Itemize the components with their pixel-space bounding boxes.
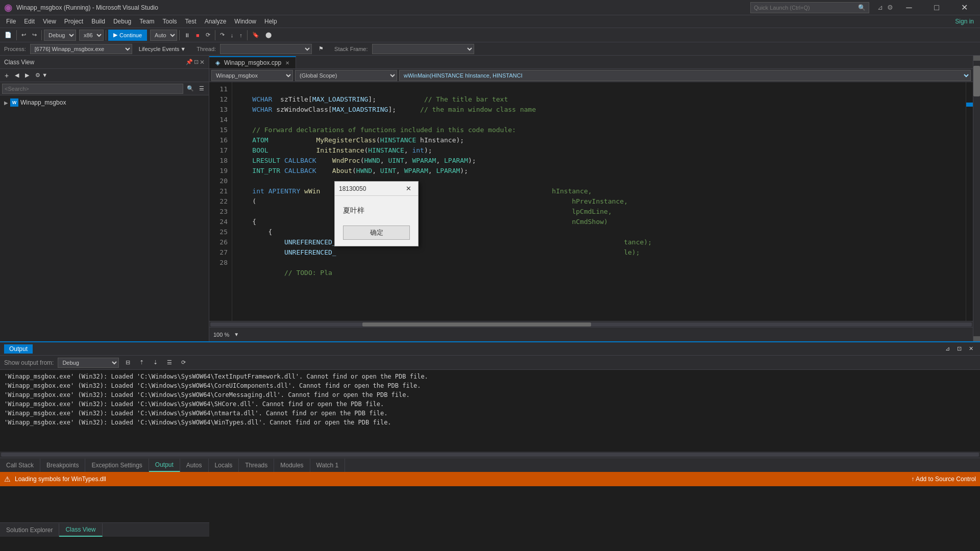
tab-modules[interactable]: Modules xyxy=(274,459,310,472)
scope-left-select[interactable]: Winapp_msgbox xyxy=(211,70,293,81)
function-select[interactable]: wWinMain(HINSTANCE hInstance, HINSTANCI xyxy=(399,70,971,81)
output-source-select[interactable]: Debug xyxy=(58,358,119,368)
close-output-btn[interactable]: ✕ xyxy=(966,343,976,355)
menu-view[interactable]: View xyxy=(39,16,60,27)
settings-icon-btn[interactable]: ⚙ xyxy=(887,4,893,11)
output-tool-btn3[interactable]: ⇣ xyxy=(151,357,160,368)
output-panel: Output ⊿ ⊡ ✕ Show output from: Debug ⊟ ⇡… xyxy=(0,341,980,458)
menu-file[interactable]: File xyxy=(2,16,20,27)
menu-edit[interactable]: Edit xyxy=(20,16,39,27)
restart-btn[interactable]: ⟳ xyxy=(203,30,213,41)
tab-exception-settings[interactable]: Exception Settings xyxy=(85,459,149,472)
modal-body: 夏叶梓 确定 xyxy=(335,196,418,246)
menu-debug[interactable]: Debug xyxy=(109,16,135,27)
minimize-button[interactable]: ─ xyxy=(897,0,921,15)
output-tool-btn2[interactable]: ⇡ xyxy=(137,357,146,368)
output-h-scrollbar[interactable] xyxy=(1,453,979,457)
dock-output-btn[interactable]: ⊡ xyxy=(954,343,964,355)
tab-close-btn[interactable]: ✕ xyxy=(285,60,289,66)
modal-close-btn[interactable]: ✕ xyxy=(403,183,414,194)
up-arrow-icon: ↑ xyxy=(911,475,914,483)
modal-ok-btn[interactable]: 确定 xyxy=(343,226,410,240)
float-btn[interactable]: ⊿ xyxy=(943,343,952,355)
tab-solution-explorer[interactable]: Solution Explorer xyxy=(0,523,59,537)
add-source-control[interactable]: ↑ Add to Source Control xyxy=(911,475,976,483)
step-into-btn[interactable]: ↓ xyxy=(228,30,236,41)
continue-label: Continue xyxy=(119,32,142,38)
class-search-input[interactable] xyxy=(2,84,183,94)
stop-btn[interactable]: ■ xyxy=(193,30,202,41)
auto-select[interactable]: Auto xyxy=(150,30,177,41)
cv-arrow: ▶ xyxy=(4,100,8,106)
menu-build[interactable]: Build xyxy=(87,16,109,27)
pin-icon-btn[interactable]: 📌 xyxy=(186,59,193,65)
vertical-scrollbar[interactable] xyxy=(973,56,980,341)
filter-icon-btn[interactable]: ⊿ xyxy=(877,4,883,11)
continue-button[interactable]: ▶ Continue xyxy=(108,30,147,41)
tab-output[interactable]: Output xyxy=(149,459,180,472)
title-search[interactable]: 🔍 xyxy=(750,2,869,13)
process-select[interactable]: [6776] Winapp_msgbox.exe xyxy=(30,44,132,54)
tab-autos[interactable]: Autos xyxy=(180,459,209,472)
editor-area: ◈ Winapp_msgbox.cpp ✕ Winapp_msgbox (Glo… xyxy=(209,56,973,341)
search-cv-btn[interactable]: 🔍 xyxy=(184,83,197,94)
show-output-label: Show output from: xyxy=(4,359,54,366)
zoom-dropdown-btn[interactable]: ▼ xyxy=(231,329,241,340)
thread-select[interactable] xyxy=(220,44,312,54)
status-warning-text: Loading symbols for WinTypes.dll xyxy=(15,475,106,483)
dock-icon-btn[interactable]: ⊡ xyxy=(194,59,199,65)
h-scrollbar[interactable] xyxy=(210,322,972,327)
quick-launch-input[interactable] xyxy=(754,5,856,11)
close-panel-btn[interactable]: ✕ xyxy=(200,59,205,66)
output-line: 'Winapp_msgbox.exe' (Win32): Loaded 'C:\… xyxy=(4,399,976,409)
output-content[interactable]: 'Winapp_msgbox.exe' (Win32): Loaded 'C:\… xyxy=(0,370,980,452)
filter-cv-btn[interactable]: ☰ xyxy=(197,83,207,94)
title-text: Winapp_msgbox (Running) - Microsoft Visu… xyxy=(16,4,746,11)
close-button[interactable]: ✕ xyxy=(952,0,976,15)
new-project-btn[interactable]: 📄 xyxy=(2,30,14,41)
platform-select[interactable]: x86 xyxy=(79,30,104,41)
code-area: 1112131415 1617181920 2122232425 262728 … xyxy=(209,82,973,321)
breakpoint-btn[interactable]: ⬤ xyxy=(263,30,274,41)
cv-item-winapp[interactable]: ▶ W Winapp_msgbox xyxy=(2,97,207,108)
tab-breakpoints[interactable]: Breakpoints xyxy=(40,459,85,472)
step-over-btn[interactable]: ↷ xyxy=(217,30,227,41)
menu-window[interactable]: Window xyxy=(230,16,260,27)
menu-analyze[interactable]: Analyze xyxy=(201,16,231,27)
tab-class-view[interactable]: Class View xyxy=(59,523,102,537)
menu-help[interactable]: Help xyxy=(260,16,281,27)
tab-threads[interactable]: Threads xyxy=(239,459,274,472)
output-tool-btn1[interactable]: ⊟ xyxy=(123,357,133,368)
bookmark-btn[interactable]: 🔖 xyxy=(250,30,262,41)
menu-tools[interactable]: Tools xyxy=(159,16,181,27)
back-btn[interactable]: ◀ xyxy=(12,70,21,81)
settings-cv-btn[interactable]: ⚙ ▼ xyxy=(33,70,50,81)
maximize-button[interactable]: □ xyxy=(925,0,948,15)
thread-filter-btn[interactable]: ⚑ xyxy=(316,43,326,55)
lifecycle-events-btn[interactable]: Lifecycle Events ▼ xyxy=(136,43,188,55)
scope-right-select[interactable]: (Global Scope) xyxy=(295,70,397,81)
sign-in[interactable]: Sign in xyxy=(951,16,978,27)
chevron-down-icon: ▼ xyxy=(180,46,186,52)
menu-project[interactable]: Project xyxy=(60,16,87,27)
stack-select[interactable] xyxy=(372,44,474,54)
editor-tab-cpp[interactable]: ◈ Winapp_msgbox.cpp ✕ xyxy=(209,56,296,68)
output-tool-btn5[interactable]: ⟳ xyxy=(179,357,188,368)
class-view-header: Class View 📌 ⊡ ✕ xyxy=(0,56,209,69)
forward-btn[interactable]: ▶ xyxy=(22,70,32,81)
pause-btn[interactable]: ⏸ xyxy=(182,30,192,41)
step-out-btn[interactable]: ↑ xyxy=(237,30,245,41)
output-header: Output ⊿ ⊡ ✕ xyxy=(0,342,980,356)
undo-btn[interactable]: ↩ xyxy=(19,30,29,41)
right-gutter xyxy=(966,82,973,321)
menu-team[interactable]: Team xyxy=(135,16,158,27)
redo-btn[interactable]: ↪ xyxy=(30,30,39,41)
add-class-btn[interactable]: + xyxy=(2,70,11,81)
menu-test[interactable]: Test xyxy=(181,16,201,27)
tab-watch1[interactable]: Watch 1 xyxy=(310,459,346,472)
tab-call-stack[interactable]: Call Stack xyxy=(0,459,40,472)
output-tool-btn4[interactable]: ☰ xyxy=(164,357,175,368)
tab-locals[interactable]: Locals xyxy=(209,459,239,472)
menu-bar: File Edit View Project Build Debug Team … xyxy=(0,15,980,28)
debug-config-select[interactable]: Debug xyxy=(44,30,76,41)
